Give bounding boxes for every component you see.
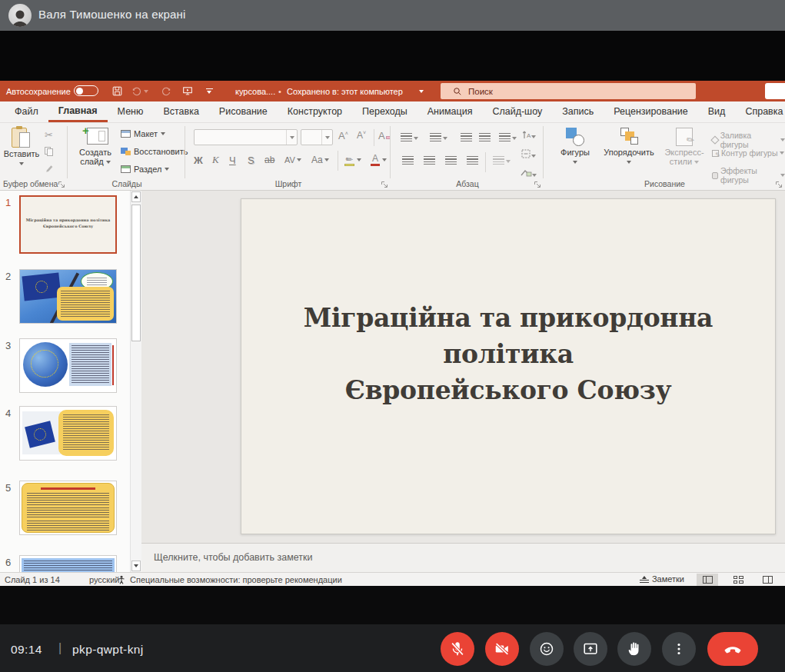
- tab-menu[interactable]: Меню: [108, 101, 154, 122]
- start-slideshow-button[interactable]: [179, 84, 196, 98]
- tab-help[interactable]: Справка: [735, 101, 785, 122]
- language-indicator[interactable]: русский: [89, 575, 119, 584]
- customize-quick-access-button[interactable]: [201, 84, 218, 98]
- change-case-button[interactable]: Aa: [311, 151, 329, 169]
- tab-animations[interactable]: Анимация: [417, 101, 483, 122]
- bullets-button[interactable]: [401, 131, 418, 145]
- camera-off-button[interactable]: [485, 632, 519, 666]
- text-shadow-button[interactable]: S: [248, 151, 254, 169]
- notes-toggle-button[interactable]: Заметки: [640, 574, 684, 584]
- scroll-up-button[interactable]: [131, 191, 141, 202]
- redo-button[interactable]: [158, 84, 175, 98]
- section-caret: [165, 168, 169, 171]
- section-button[interactable]: Раздел: [121, 165, 169, 174]
- italic-button[interactable]: К: [212, 151, 219, 169]
- undo-button[interactable]: [131, 84, 148, 98]
- slide-number: 6: [5, 557, 11, 568]
- shapes-button[interactable]: Фигуры: [552, 128, 598, 181]
- shape-fill-button[interactable]: Заливка фигуры: [712, 131, 785, 149]
- raise-hand-button[interactable]: [617, 632, 651, 666]
- columns-button[interactable]: [493, 154, 511, 168]
- align-text-button[interactable]: [521, 148, 536, 162]
- align-left-button[interactable]: [402, 154, 414, 168]
- tab-home[interactable]: Главная: [48, 101, 108, 122]
- layout-button[interactable]: Макет: [121, 129, 165, 138]
- clear-formatting-button[interactable]: A: [378, 130, 391, 141]
- present-screen-button[interactable]: [574, 632, 607, 666]
- shape-outline-button[interactable]: ✎ Контур фигуры: [712, 148, 784, 158]
- save-button[interactable]: [108, 84, 125, 98]
- align-right-button[interactable]: [445, 154, 457, 168]
- thumbnail-scrollbar[interactable]: [130, 191, 141, 572]
- notes-pane[interactable]: Щелкните, чтобы добавить заметки: [141, 543, 785, 572]
- workspace: 1 Міграційна та прикордонна політика Євр…: [0, 191, 785, 572]
- line-spacing-button[interactable]: [499, 131, 517, 145]
- accessibility-status[interactable]: Специальные возможности: проверьте реком…: [130, 575, 342, 584]
- new-slide-button[interactable]: + Создать слайд: [72, 126, 118, 181]
- drawing-dialog-launcher[interactable]: [775, 181, 783, 188]
- slide-thumbnail-4[interactable]: [19, 406, 117, 461]
- cut-button[interactable]: ✂: [45, 129, 53, 141]
- slide-thumbnail-5[interactable]: [19, 481, 117, 535]
- copy-button[interactable]: [45, 147, 54, 156]
- emoji-reactions-button[interactable]: [530, 632, 564, 666]
- paragraph-dialog-launcher[interactable]: [534, 181, 541, 188]
- increase-font-button[interactable]: A˄: [338, 130, 348, 141]
- font-name-combo[interactable]: [194, 129, 298, 145]
- tab-slideshow[interactable]: Слайд-шоу: [482, 101, 552, 122]
- justify-button[interactable]: [467, 154, 478, 168]
- shapes-caret: [573, 161, 577, 164]
- font-name-dropdown[interactable]: [286, 130, 297, 145]
- numbering-button[interactable]: [430, 131, 447, 145]
- slide-title[interactable]: Міграційна та прикордонна політика Європ…: [241, 301, 775, 409]
- save-status-label[interactable]: Сохранено в: этот компьютер: [287, 87, 403, 96]
- font-size-dropdown[interactable]: [321, 130, 332, 145]
- font-size-combo[interactable]: [301, 129, 333, 145]
- slide-thumbnail-1[interactable]: Міграційна та прикордонна політика Європ…: [19, 195, 117, 254]
- tab-view[interactable]: Вид: [698, 101, 736, 122]
- document-name[interactable]: курсова....: [235, 87, 275, 96]
- tab-design[interactable]: Конструктор: [278, 101, 352, 122]
- microphone-off-button[interactable]: [441, 632, 474, 666]
- decrease-font-button[interactable]: A˅: [357, 130, 366, 141]
- tab-insert[interactable]: Вставка: [153, 101, 208, 122]
- end-call-button[interactable]: [707, 632, 758, 666]
- slide-thumbnail-2[interactable]: [19, 269, 117, 324]
- paste-button[interactable]: Вставить: [2, 126, 42, 180]
- reset-slide-button[interactable]: Восстановить: [121, 147, 188, 156]
- reading-view-button[interactable]: [757, 574, 778, 586]
- quick-styles-button[interactable]: ✎ Экспресс- стили: [660, 128, 709, 185]
- format-painter-button[interactable]: [45, 163, 55, 177]
- slide-thumbnail-3[interactable]: [19, 338, 117, 393]
- tab-draw[interactable]: Рисование: [209, 101, 278, 122]
- slide-canvas[interactable]: Міграційна та прикордонна політика Європ…: [241, 198, 776, 534]
- highlight-color-button[interactable]: ✎: [344, 151, 361, 169]
- tab-file[interactable]: Файл: [5, 101, 48, 122]
- decrease-indent-button[interactable]: [461, 131, 472, 145]
- autosave-toggle[interactable]: [74, 85, 98, 96]
- scroll-down-button[interactable]: [131, 561, 141, 571]
- font-dialog-launcher[interactable]: [381, 181, 388, 188]
- underline-button[interactable]: Ч: [229, 151, 236, 169]
- slide-sorter-view-button[interactable]: [727, 574, 749, 586]
- increase-indent-button[interactable]: [479, 131, 491, 145]
- character-spacing-button[interactable]: AV: [284, 151, 301, 169]
- normal-view-button[interactable]: [697, 574, 718, 586]
- align-center-button[interactable]: [424, 154, 435, 168]
- slide-thumbnail-6[interactable]: [19, 555, 117, 572]
- bold-button[interactable]: Ж: [194, 151, 203, 169]
- scrollbar-thumb[interactable]: [131, 205, 141, 341]
- arrange-button[interactable]: Упорядочить: [600, 128, 658, 181]
- clipboard-dialog-launcher[interactable]: [58, 181, 65, 188]
- text-direction-button[interactable]: A: [521, 129, 536, 143]
- tab-record[interactable]: Запись: [552, 101, 604, 122]
- smartart-icon: [521, 168, 532, 178]
- tab-transitions[interactable]: Переходы: [352, 101, 417, 122]
- strikethrough-button[interactable]: ab: [264, 151, 274, 169]
- more-options-button[interactable]: [662, 632, 696, 666]
- tab-review[interactable]: Рецензирование: [604, 101, 698, 122]
- font-color-button[interactable]: A: [371, 151, 387, 169]
- clipboard-group: Вставить ✂ Буфер обмена: [0, 123, 68, 191]
- slide-number: 5: [5, 482, 11, 494]
- search-box[interactable]: Поиск: [441, 83, 696, 99]
